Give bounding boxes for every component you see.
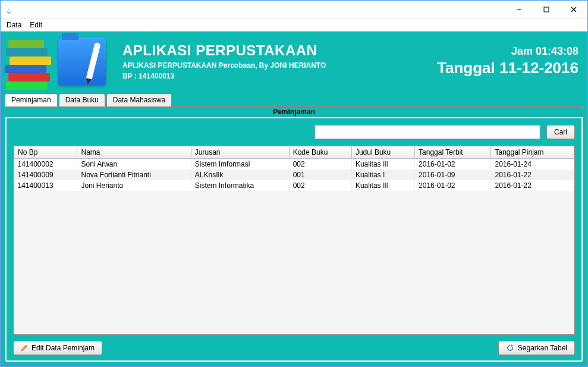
table-header-row: No Bp Nama Jurusan Kode Buku Judul Buku … (14, 146, 574, 159)
cell-nama[interactable]: Soni Arwan (77, 159, 191, 170)
banner-right: Jam 01:43:08 Tanggal 11-12-2016 (437, 45, 578, 77)
close-button[interactable] (560, 1, 587, 18)
cell-tanggalPinjam[interactable]: 2016-01-22 (491, 170, 574, 180)
panel-title: Peminjaman (5, 106, 583, 117)
table-body: 141400002Soni ArwanSistem Imformasi002Ku… (14, 159, 574, 192)
app-subtitle: APLIKASI PERPUSTAKAAN Percobaan, By JONI… (122, 61, 326, 70)
cell-tanggalTerbit[interactable]: 2016-01-02 (415, 180, 491, 191)
refresh-icon (506, 344, 514, 352)
tab-body: Peminjaman Cari No Bp Nama Jurusan Kode (5, 106, 583, 362)
panel-inner: Cari No Bp Nama Jurusan Kode Buku Judul … (7, 118, 581, 360)
table-filler (14, 191, 574, 334)
cell-tanggalTerbit[interactable]: 2016-01-02 (415, 159, 491, 170)
cell-jurusan[interactable]: ALKnsIlk (191, 170, 289, 180)
folder-icon (58, 37, 106, 85)
cell-judulBuku[interactable]: Kualitas III (351, 159, 414, 170)
table-row[interactable]: 141400013Joni HeriantoSistem Informatika… (14, 180, 574, 191)
search-row: Cari (13, 125, 575, 139)
cell-judulBuku[interactable]: Kualitas I (351, 170, 414, 180)
cell-noBp[interactable]: 141400009 (14, 170, 77, 180)
cell-kodeBuku[interactable]: 002 (289, 159, 351, 170)
menu-edit[interactable]: Edit (30, 21, 42, 29)
app-title: APLIKASI PERPUSTAKAAN (122, 42, 326, 59)
main-area: APLIKASI PERPUSTAKAAN APLIKASI PERPUSTAK… (1, 32, 587, 366)
banner-images (1, 32, 114, 90)
th-no-bp[interactable]: No Bp (14, 146, 77, 159)
cell-kodeBuku[interactable]: 002 (289, 180, 351, 191)
svg-rect-1 (544, 7, 549, 12)
tab-data-buku[interactable]: Data Buku (59, 93, 105, 106)
cell-judulBuku[interactable]: Kualitas III (351, 180, 414, 191)
th-tanggal-pinjam[interactable]: Tanggal Pinjam (491, 146, 574, 159)
menu-data[interactable]: Data (7, 21, 21, 29)
bottom-row: Edit Data Peminjam Segarkan Tabel (13, 341, 575, 355)
refresh-table-button-label: Segarkan Tabel (518, 344, 567, 352)
search-button-label: Cari (554, 128, 567, 136)
pencil-icon (21, 344, 28, 352)
tab-peminjaman[interactable]: Peminjaman (5, 93, 58, 106)
search-button[interactable]: Cari (546, 125, 575, 139)
cell-tanggalTerbit[interactable]: 2016-01-09 (415, 170, 491, 180)
cell-tanggalPinjam[interactable]: 2016-01-24 (491, 159, 574, 170)
cell-jurusan[interactable]: Sistem Informatika (191, 180, 289, 191)
books-icon (1, 33, 55, 90)
banner: APLIKASI PERPUSTAKAAN APLIKASI PERPUSTAK… (1, 32, 587, 90)
th-judul-buku[interactable]: Judul Buku (351, 146, 414, 159)
app-window: Data Edit APLIKASI PERPUSTAKAAN APLIKASI… (0, 0, 588, 367)
menubar: Data Edit (1, 18, 587, 32)
tabset: Peminjaman Data Buku Data Mahasiswa (5, 93, 583, 106)
cell-noBp[interactable]: 141400002 (14, 159, 77, 170)
titlebar (1, 1, 587, 18)
table-row[interactable]: 141400009Nova Fortianti FitriantiALKnsIl… (14, 170, 574, 180)
cell-tanggalPinjam[interactable]: 2016-01-22 (491, 180, 574, 191)
search-input[interactable] (315, 125, 540, 139)
th-nama[interactable]: Nama (77, 146, 191, 159)
cell-nama[interactable]: Joni Herianto (77, 180, 191, 191)
data-table: No Bp Nama Jurusan Kode Buku Judul Buku … (14, 146, 574, 191)
minimize-button[interactable] (505, 1, 533, 18)
banner-text: APLIKASI PERPUSTAKAAN APLIKASI PERPUSTAK… (122, 42, 326, 80)
th-tanggal-terbit[interactable]: Tanggal Terbit (415, 146, 491, 159)
cell-noBp[interactable]: 141400013 (14, 180, 77, 191)
th-jurusan[interactable]: Jurusan (191, 146, 289, 159)
clock-label: Jam 01:43:08 (437, 45, 578, 58)
refresh-table-button[interactable]: Segarkan Tabel (498, 341, 575, 355)
edit-data-button-label: Edit Data Peminjam (32, 344, 95, 352)
cell-kodeBuku[interactable]: 001 (289, 170, 351, 180)
app-bp: BP : 141400013 (122, 72, 326, 80)
th-kode-buku[interactable]: Kode Buku (289, 146, 351, 159)
date-label: Tanggal 11-12-2016 (437, 59, 578, 77)
tabs-row: Peminjaman Data Buku Data Mahasiswa (1, 90, 587, 106)
table-row[interactable]: 141400002Soni ArwanSistem Imformasi002Ku… (14, 159, 574, 170)
java-icon (4, 5, 14, 14)
tab-data-mahasiswa[interactable]: Data Mahasiswa (106, 93, 172, 106)
cell-jurusan[interactable]: Sistem Imformasi (191, 159, 289, 170)
data-table-wrap[interactable]: No Bp Nama Jurusan Kode Buku Judul Buku … (13, 145, 575, 335)
cell-nama[interactable]: Nova Fortianti Fitrianti (77, 170, 191, 180)
edit-data-button[interactable]: Edit Data Peminjam (13, 341, 102, 355)
maximize-button[interactable] (533, 1, 560, 18)
